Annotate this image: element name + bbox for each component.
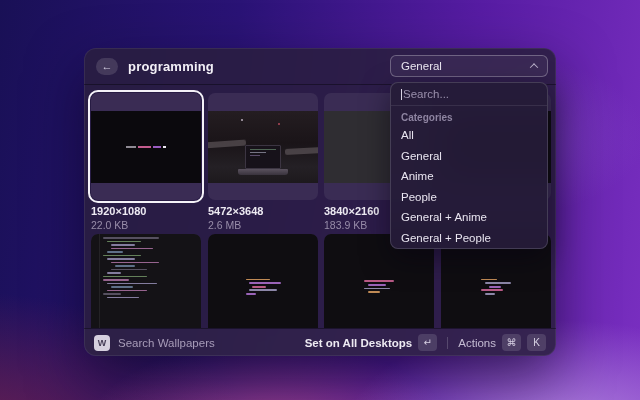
window-header: ← programming General [84,48,556,85]
primary-action-button[interactable]: Set on All Desktops [305,337,413,349]
wallpaper-filesize: 22.0 KB [91,219,201,231]
wallpaper-thumbnail-selected[interactable] [91,93,201,200]
dropdown-item-general-people[interactable]: General + People [391,228,547,249]
wallpaper-preview-image [91,111,201,183]
wallpaper-preview-image [208,234,318,328]
category-select-value: General [401,60,531,72]
desktop-wallpaper: ← programming General 1920×1080 [0,0,640,400]
dropdown-search-placeholder: Search... [403,88,449,100]
page-title: programming [128,59,214,74]
chevron-up-icon [530,63,538,71]
dropdown-item-general[interactable]: General [391,146,547,167]
command-key-icon: ⌘ [502,334,521,351]
k-key-icon: K [527,334,546,351]
wallpaper-item[interactable] [91,234,201,328]
footer-command-name: Search Wallpapers [118,337,215,349]
wallpaper-thumbnail[interactable] [208,234,318,328]
wallpaper-preview-image [91,234,201,328]
wallpaper-item[interactable]: 1920×1080 22.0 KB [91,93,201,231]
dropdown-search-input[interactable]: Search... [391,83,547,106]
category-dropdown: Search... Categories All General Anime P… [390,82,548,249]
wallpaper-filesize: 2.6 MB [208,219,318,231]
wallpapers-app-icon: W [94,335,110,351]
dropdown-section-label: Categories [391,106,547,125]
wallpaper-thumbnail[interactable] [208,93,318,200]
wallpaper-thumbnail[interactable] [91,234,201,328]
dropdown-item-all[interactable]: All [391,125,547,146]
return-key-icon: ↵ [418,334,437,351]
text-cursor [401,89,402,100]
category-select[interactable]: General [390,55,548,77]
window-footer: W Search Wallpapers Set on All Desktops … [84,328,556,356]
footer-divider [447,337,448,349]
wallpaper-dimensions: 5472×3648 [208,205,318,217]
wallpaper-preview-image [208,111,318,183]
actions-button[interactable]: Actions [458,337,496,349]
back-button[interactable]: ← [96,58,118,75]
wallpaper-dimensions: 1920×1080 [91,205,201,217]
wallpaper-item[interactable] [208,234,318,328]
dropdown-item-people[interactable]: People [391,187,547,208]
wallpaper-item[interactable]: 5472×3648 2.6 MB [208,93,318,231]
dropdown-item-anime[interactable]: Anime [391,166,547,187]
dropdown-item-general-anime[interactable]: General + Anime [391,207,547,228]
wallpaper-search-window: ← programming General 1920×1080 [84,48,556,356]
